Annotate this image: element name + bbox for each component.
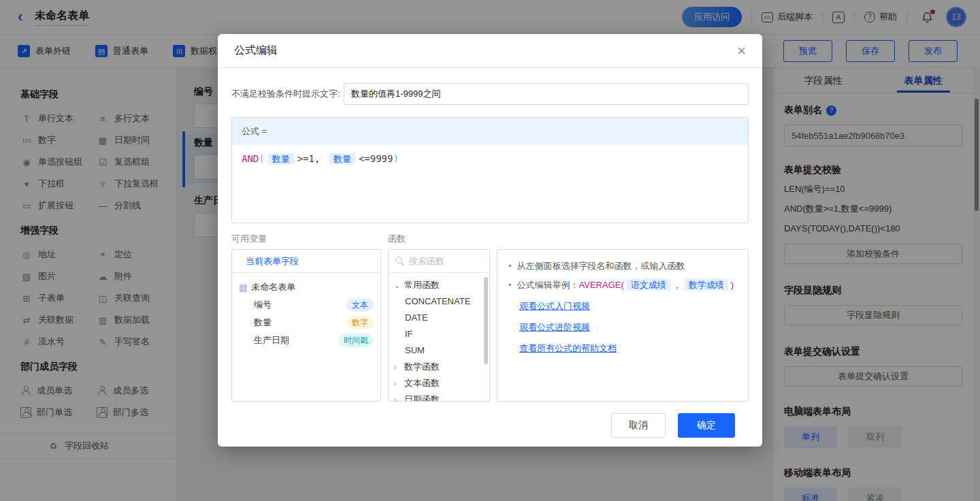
functions-panel: ⌄常用函数CONCATENATEDATEIFSUM›数学函数›文本函数›日期函数 bbox=[388, 249, 490, 402]
formula-text: AND bbox=[242, 153, 259, 164]
help-link[interactable]: 观看公式入门视频 bbox=[519, 300, 737, 312]
function-group-数学函数[interactable]: ›数学函数 bbox=[389, 359, 489, 375]
formula-text: ( bbox=[259, 153, 264, 164]
chevron-right-icon: › bbox=[394, 395, 401, 402]
help-links: 观看公式入门视频观看公式进阶视频查看所有公式的帮助文档 bbox=[508, 300, 737, 355]
variable-数量[interactable]: 数量数字 bbox=[239, 314, 374, 332]
formula-field-token[interactable]: 数量 bbox=[268, 153, 294, 165]
tree-root-form[interactable]: ▤未命名表单 bbox=[239, 278, 374, 296]
formula-input-area[interactable]: AND(数量>=1, 数量<=9999) bbox=[232, 145, 748, 223]
function-group-日期函数[interactable]: ›日期函数 bbox=[389, 391, 489, 402]
variable-生产日期[interactable]: 生产日期时间戳 bbox=[239, 332, 374, 349]
variables-tree: ▤未命名表单编号文本数量数字生产日期时间戳 bbox=[232, 273, 380, 355]
example-field-token: 数学成绩 bbox=[685, 279, 728, 291]
form-doc-icon: ▤ bbox=[239, 282, 247, 293]
function-group-文本函数[interactable]: ›文本函数 bbox=[389, 375, 489, 391]
panel-labels: 可用变量 函数 bbox=[231, 233, 749, 245]
chevron-down-icon: ⌄ bbox=[394, 281, 401, 290]
close-icon[interactable]: × bbox=[737, 44, 746, 59]
function-CONCATENATE[interactable]: CONCATENATE bbox=[389, 293, 489, 310]
type-badge: 时间戳 bbox=[338, 334, 374, 347]
formula-edit-modal: 公式编辑 × 不满足校验条件时提示文字: 公式 = AND(数量>=1, 数量<… bbox=[218, 34, 762, 447]
type-badge: 数字 bbox=[346, 316, 374, 329]
chevron-right-icon: › bbox=[394, 379, 401, 387]
cancel-button[interactable]: 取消 bbox=[611, 413, 666, 438]
formula-editor: 公式 = AND(数量>=1, 数量<=9999) bbox=[231, 117, 749, 223]
functions-label: 函数 bbox=[388, 233, 497, 245]
panels-row: 当前表单字段 ▤未命名表单编号文本数量数字生产日期时间戳 ⌄常用函数CONCAT… bbox=[231, 249, 749, 402]
tip-row: 不满足校验条件时提示文字: bbox=[231, 83, 749, 105]
variables-panel: 当前表单字段 ▤未命名表单编号文本数量数字生产日期时间戳 bbox=[231, 249, 381, 402]
bullet-icon: • bbox=[508, 259, 512, 273]
help-link[interactable]: 查看所有公式的帮助文档 bbox=[519, 342, 737, 355]
modal-body: 不满足校验条件时提示文字: 公式 = AND(数量>=1, 数量<=9999) … bbox=[218, 68, 762, 438]
function-SUM[interactable]: SUM bbox=[389, 342, 489, 359]
vars-label: 可用变量 bbox=[231, 233, 388, 245]
bullet-icon: • bbox=[508, 278, 512, 292]
screen: ‹ 未命名表单 应用访问 </> 后端脚本 A ? 帮助 13 ↗表 bbox=[0, 0, 980, 501]
type-badge: 文本 bbox=[346, 298, 374, 312]
search-icon bbox=[395, 257, 404, 265]
modal-title: 公式编辑 bbox=[234, 44, 278, 58]
formula-text: >=1, bbox=[297, 153, 326, 164]
formula-help-panel: • 从左侧面板选择字段名和函数，或输入函数 • 公式编辑举例：AVERAGE(语… bbox=[497, 249, 749, 402]
formula-text: <=9999 bbox=[359, 153, 393, 164]
help-example: • 公式编辑举例：AVERAGE(语文成绩，数学成绩) bbox=[508, 278, 737, 292]
function-search bbox=[389, 250, 489, 273]
formula-field-token[interactable]: 数量 bbox=[329, 153, 355, 165]
formula-header: 公式 = bbox=[232, 118, 748, 145]
help-link[interactable]: 观看公式进阶视频 bbox=[519, 321, 737, 334]
formula-text: ) bbox=[393, 153, 398, 164]
variable-编号[interactable]: 编号文本 bbox=[239, 296, 374, 314]
chevron-right-icon: › bbox=[394, 363, 401, 371]
function-group-常用函数[interactable]: ⌄常用函数 bbox=[389, 277, 489, 293]
confirm-button[interactable]: 确定 bbox=[678, 413, 735, 438]
tip-message-input[interactable] bbox=[344, 83, 749, 105]
function-IF[interactable]: IF bbox=[389, 326, 489, 342]
example-field-token: 语文成绩 bbox=[627, 279, 670, 291]
tab-current-form-fields[interactable]: 当前表单字段 bbox=[232, 250, 380, 273]
tip-label: 不满足校验条件时提示文字: bbox=[231, 88, 344, 100]
modal-header: 公式编辑 × bbox=[218, 34, 762, 68]
function-list: ⌄常用函数CONCATENATEDATEIFSUM›数学函数›文本函数›日期函数 bbox=[389, 273, 489, 402]
function-list-scrollbar-thumb[interactable] bbox=[484, 277, 488, 364]
modal-footer: 取消 确定 bbox=[231, 402, 749, 438]
function-search-input[interactable] bbox=[409, 256, 474, 266]
help-bullet: • 从左侧面板选择字段名和函数，或输入函数 bbox=[508, 259, 737, 273]
function-DATE[interactable]: DATE bbox=[389, 310, 489, 326]
